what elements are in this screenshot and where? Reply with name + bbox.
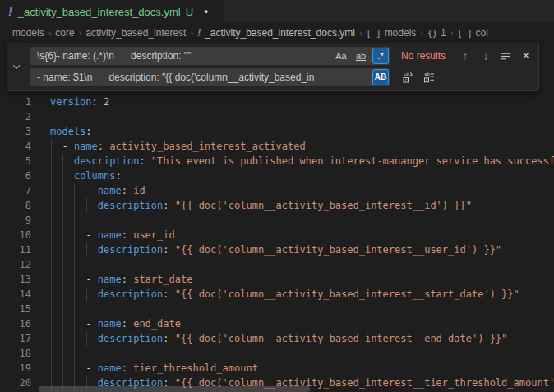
symbol-array-icon: [ ] — [457, 29, 472, 38]
code-line-text: - name: tier_threshold_amount — [50, 361, 554, 376]
indent-guide — [86, 242, 87, 257]
code-line-text — [50, 109, 554, 124]
code-line[interactable]: 12 — [0, 257, 554, 272]
symbol-object-icon: {} — [427, 29, 437, 38]
find-toggles: Aa ab .* — [333, 48, 389, 64]
code-line[interactable]: 10 - name: user_id — [0, 228, 554, 242]
modified-dot-icon[interactable]: ● — [204, 7, 208, 16]
code-line[interactable]: 17 description: "{{ doc('column__activit… — [0, 331, 554, 346]
breadcrumb: models›core›activity_based_interest›!_ac… — [0, 23, 554, 43]
indent-guide — [74, 228, 75, 242]
code-line[interactable]: 15 — [0, 302, 554, 316]
line-number[interactable]: 1 — [0, 95, 31, 109]
find-replace-widget: \s{6}- name: (.*)\n description: "" Aa a… — [7, 43, 539, 91]
find-in-selection-button[interactable] — [498, 48, 513, 63]
indent-guide — [86, 331, 87, 346]
replace-button[interactable]: ab c — [400, 70, 415, 85]
line-number[interactable]: 5 — [0, 154, 31, 168]
indent-guide — [51, 154, 52, 168]
code-line[interactable]: 5 description: "This event is published … — [0, 154, 554, 168]
line-number[interactable]: 12 — [0, 257, 31, 272]
line-number[interactable]: 7 — [0, 183, 31, 198]
close-find-button[interactable]: × — [519, 48, 533, 63]
code-line-text — [50, 302, 554, 316]
horizontal-scrollbar[interactable] — [39, 386, 310, 392]
line-number[interactable]: 17 — [0, 331, 31, 346]
breadcrumb-item-models[interactable]: [ ]models — [367, 27, 417, 39]
preserve-case-toggle[interactable]: AB — [372, 69, 389, 85]
breadcrumb-item--activity-based-interest-docs-yml[interactable]: !_activity_based_interest_docs.yml — [197, 27, 355, 39]
code-line[interactable]: 11 description: "{{ doc('column__activit… — [0, 242, 554, 257]
line-number[interactable]: 16 — [0, 316, 31, 331]
find-query-text: \s{6}- name: (.*)\n description: "" — [37, 47, 191, 65]
tab-activity-based-interest-docs[interactable]: ! _activity_based_interest_docs.yml U ● — [0, 0, 224, 23]
code-line-text — [50, 346, 554, 361]
code-line[interactable]: 8 description: "{{ doc('column__activity… — [0, 198, 554, 213]
code-line[interactable]: 13 - name: start_date — [0, 272, 554, 287]
code-line[interactable]: 16 - name: end_date — [0, 316, 554, 331]
line-number[interactable]: 11 — [0, 242, 31, 257]
code-line[interactable]: 19 - name: tier_threshold_amount — [0, 361, 554, 376]
find-input[interactable]: \s{6}- name: (.*)\n description: "" Aa a… — [30, 47, 390, 65]
indent-guide — [51, 302, 52, 316]
replace-toggles: AB — [372, 69, 389, 85]
indent-guide — [62, 198, 63, 213]
indent-guide — [51, 139, 52, 154]
previous-match-button[interactable]: ↑ — [458, 48, 473, 63]
line-number[interactable]: 10 — [0, 228, 31, 242]
code-line[interactable]: 4 - name: activity_based_interest_activa… — [0, 139, 554, 154]
line-number[interactable]: 19 — [0, 361, 31, 376]
indent-guide — [62, 242, 63, 257]
breadcrumb-item-col[interactable]: [ ]col — [457, 27, 487, 39]
breadcrumb-item-models[interactable]: models — [12, 27, 44, 39]
indent-guide — [51, 168, 52, 183]
line-number[interactable]: 14 — [0, 287, 31, 302]
line-number[interactable]: 13 — [0, 272, 31, 287]
indent-guide — [51, 198, 52, 213]
indent-guide — [86, 287, 87, 302]
code-lines[interactable]: 1version: 223models:4 - name: activity_b… — [0, 95, 554, 390]
replace-all-button[interactable]: ab c — [422, 70, 436, 85]
code-line[interactable]: 1version: 2 — [0, 95, 554, 109]
code-line[interactable]: 6 columns: — [0, 168, 554, 183]
regex-toggle[interactable]: .* — [372, 48, 389, 64]
code-line[interactable]: 9 — [0, 213, 554, 228]
indent-guide — [62, 287, 63, 302]
breadcrumb-separator: › — [446, 28, 458, 38]
line-number[interactable]: 6 — [0, 168, 31, 183]
code-line[interactable]: 14 description: "{{ doc('column__activit… — [0, 287, 554, 302]
indent-guide — [51, 183, 52, 198]
code-line-text — [50, 257, 554, 272]
breadcrumb-separator: › — [44, 28, 56, 38]
line-number[interactable]: 18 — [0, 346, 31, 361]
breadcrumb-label: models — [385, 27, 417, 39]
indent-guide — [74, 316, 75, 331]
line-number[interactable]: 3 — [0, 124, 31, 139]
indent-guide — [62, 272, 63, 287]
code-line[interactable]: 7 - name: id — [0, 183, 554, 198]
line-number[interactable]: 2 — [0, 109, 31, 124]
breadcrumb-item-core[interactable]: core — [55, 27, 74, 39]
line-number[interactable]: 15 — [0, 302, 31, 316]
indent-guide — [51, 228, 52, 242]
indent-guide — [51, 242, 52, 257]
breadcrumb-item-1[interactable]: {}1 — [427, 27, 446, 39]
line-number[interactable]: 4 — [0, 139, 31, 154]
indent-guide — [51, 346, 52, 361]
line-number[interactable]: 20 — [0, 376, 31, 390]
indent-guide — [74, 331, 75, 346]
code-line[interactable]: 18 — [0, 346, 554, 361]
toggle-replace-chevron-icon[interactable] — [10, 60, 23, 73]
code-line-text: - name: id — [50, 183, 554, 198]
code-line[interactable]: 2 — [0, 109, 554, 124]
match-case-toggle[interactable]: Aa — [333, 48, 349, 64]
line-number[interactable]: 8 — [0, 198, 31, 213]
next-match-button[interactable]: ↓ — [478, 48, 493, 63]
whole-word-toggle[interactable]: ab — [353, 48, 369, 64]
breadcrumb-item-activity-based-interest[interactable]: activity_based_interest — [85, 27, 186, 39]
line-number[interactable]: 9 — [0, 213, 31, 228]
code-line[interactable]: 3models: — [0, 124, 554, 139]
yaml-file-icon: ! — [8, 5, 12, 18]
indent-guide — [51, 213, 52, 228]
replace-input[interactable]: - name: $1\n description: "{{ doc('colum… — [30, 68, 390, 86]
